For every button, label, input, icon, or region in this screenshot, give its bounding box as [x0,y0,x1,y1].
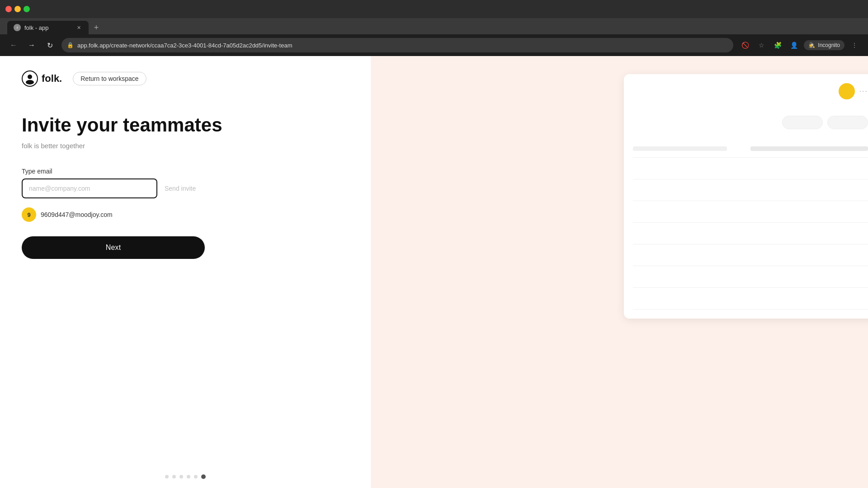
window-close-button[interactable] [5,6,12,12]
url-display: app.folk.app/create-network/ccaa7ca2-3ce… [77,42,728,49]
tab-close-button[interactable]: ✕ [75,24,82,31]
new-tab-button[interactable]: + [90,21,103,34]
next-button[interactable]: Next [22,236,205,259]
panel-yellow-avatar [839,83,855,99]
panel-options-icon[interactable]: ··· [859,87,868,95]
page-content: folk. Return to workspace Invite your te… [0,56,868,488]
panel-row-right-1 [750,146,868,151]
panel-pill-btn-2[interactable] [827,116,868,129]
dot-5 [194,475,198,479]
panel-content-rows [633,140,868,158]
page-header: folk. Return to workspace [0,56,371,87]
back-button[interactable]: ← [7,39,20,52]
dot-3 [179,475,183,479]
page-subtitle: folk is better together [22,142,349,150]
address-bar[interactable]: 🔒 app.folk.app/create-network/ccaa7ca2-3… [61,38,733,52]
email-field-label: Type email [22,168,349,175]
invited-user-row: 9 9609d447@moodjoy.com [22,207,349,222]
window-minimize-button[interactable] [14,6,21,12]
browser-titlebar [0,0,868,18]
panel-empty-row-3 [633,201,868,223]
browser-toolbar: ← → ↻ 🔒 app.folk.app/create-network/ccaa… [0,34,868,56]
panel-empty-row-7 [633,288,868,310]
return-to-workspace-button[interactable]: Return to workspace [73,72,146,85]
folk-logo: folk. [22,70,62,87]
window-maximize-button[interactable] [24,6,30,12]
svg-point-1 [28,75,32,79]
email-input[interactable] [22,178,157,198]
window-controls [5,6,30,12]
star-icon[interactable]: ☆ [755,39,768,52]
svg-point-2 [26,80,34,84]
form-section: Invite your teammates folk is better tog… [0,87,371,259]
panel-buttons-row [633,116,868,129]
panel-header-row: ··· [633,83,868,105]
active-tab[interactable]: f folk - app ✕ [7,21,89,34]
dot-6-active [201,474,206,479]
page-title: Invite your teammates [22,114,349,136]
reload-button[interactable]: ↻ [43,39,56,52]
extensions-icon[interactable]: 🧩 [771,39,784,52]
panel-empty-row-2 [633,179,868,201]
menu-button[interactable]: ⋮ [848,39,861,52]
panel-empty-row-6 [633,266,868,288]
send-invite-button[interactable]: Send invite [163,185,198,192]
panel-empty-row-4 [633,223,868,244]
profile-icon[interactable]: 👤 [788,39,800,52]
panel-row-left-1 [633,146,727,151]
panel-empty-row-1 [633,158,868,179]
right-panel-card: ··· [624,74,868,319]
email-row: Send invite [22,178,349,198]
left-panel: folk. Return to workspace Invite your te… [0,56,371,488]
eye-slash-icon: 🚫 [739,39,751,52]
panel-empty-row-5 [633,244,868,266]
tab-bar: f folk - app ✕ + [0,18,868,34]
incognito-label: Incognito [818,42,840,48]
browser-chrome: f folk - app ✕ + ← → ↻ 🔒 app.folk.app/cr… [0,0,868,56]
panel-empty-rows [633,158,868,310]
toolbar-actions: 🚫 ☆ 🧩 👤 🕵 Incognito ⋮ [739,39,861,52]
dot-2 [172,475,176,479]
folk-logo-icon [22,70,38,87]
dot-4 [187,475,190,479]
incognito-icon: 🕵 [808,42,815,48]
invited-user-avatar: 9 [22,207,36,222]
logo-text: folk. [42,73,62,84]
forward-button[interactable]: → [25,39,38,52]
invited-user-email: 9609d447@moodjoy.com [41,211,113,218]
dot-1 [165,475,169,479]
lock-icon: 🔒 [67,42,74,48]
panel-data-row-1 [633,140,868,158]
incognito-badge: 🕵 Incognito [804,40,844,50]
tab-favicon: f [14,24,21,31]
pagination-dots [165,474,206,479]
tab-title: folk - app [24,24,71,31]
right-panel: ··· [371,56,868,488]
panel-pill-btn-1[interactable] [782,116,823,129]
